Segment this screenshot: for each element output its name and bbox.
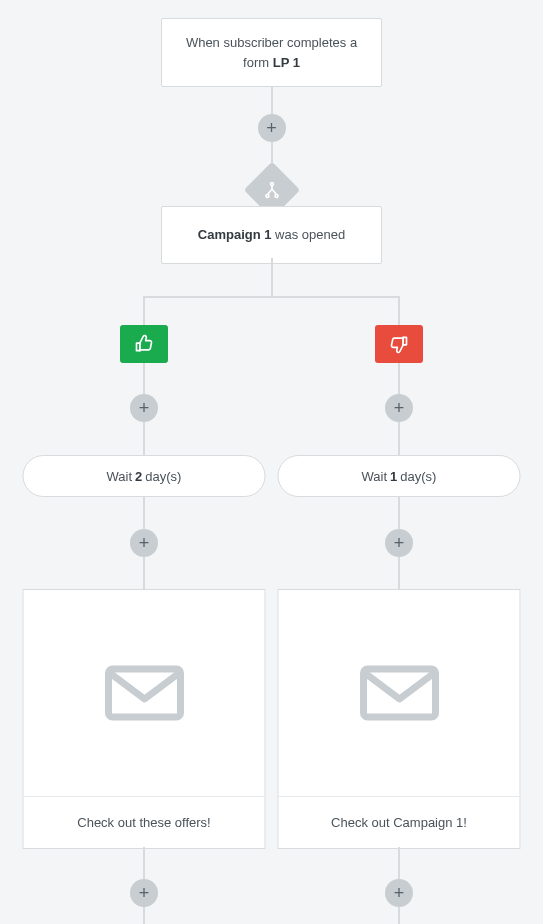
wait-node-yes[interactable]: Wait 2 day(s): [23, 455, 266, 497]
trigger-form-name: LP 1: [273, 55, 300, 70]
plus-icon: +: [139, 398, 150, 419]
condition-node[interactable]: Campaign 1 was opened: [161, 206, 382, 264]
thumbs-up-icon: [134, 334, 154, 354]
connector-line: [271, 258, 273, 296]
email-icon-area: [279, 590, 520, 796]
plus-icon: +: [266, 118, 277, 139]
trigger-text-line1: When subscriber completes a: [186, 35, 357, 50]
envelope-icon: [359, 663, 439, 723]
connector-line: [143, 296, 145, 325]
wait-value: 2: [135, 469, 142, 484]
add-step-button[interactable]: +: [385, 879, 413, 907]
plus-icon: +: [394, 398, 405, 419]
email-node-no[interactable]: Check out Campaign 1!: [278, 589, 521, 849]
add-step-button[interactable]: +: [385, 394, 413, 422]
yes-badge: [120, 325, 168, 363]
email-title: Check out these offers!: [77, 815, 210, 830]
connector-line: [398, 296, 400, 325]
condition-suffix: was opened: [275, 227, 345, 242]
add-step-button[interactable]: +: [130, 529, 158, 557]
wait-suffix: day(s): [145, 469, 181, 484]
wait-suffix: day(s): [400, 469, 436, 484]
add-step-button[interactable]: +: [258, 114, 286, 142]
branch-icon: [263, 181, 281, 199]
wait-prefix: Wait: [107, 469, 133, 484]
email-icon-area: [24, 590, 265, 796]
no-badge: [375, 325, 423, 363]
envelope-icon: [104, 663, 184, 723]
thumbs-down-icon: [389, 334, 409, 354]
plus-icon: +: [394, 883, 405, 904]
wait-value: 1: [390, 469, 397, 484]
plus-icon: +: [139, 533, 150, 554]
connector-line: [143, 296, 400, 298]
trigger-node[interactable]: When subscriber completes a form LP 1: [161, 18, 382, 87]
wait-prefix: Wait: [362, 469, 388, 484]
email-title: Check out Campaign 1!: [331, 815, 467, 830]
add-step-button[interactable]: +: [130, 879, 158, 907]
condition-campaign-name: Campaign 1: [198, 227, 272, 242]
plus-icon: +: [139, 883, 150, 904]
add-step-button[interactable]: +: [385, 529, 413, 557]
add-step-button[interactable]: +: [130, 394, 158, 422]
plus-icon: +: [394, 533, 405, 554]
email-node-yes[interactable]: Check out these offers!: [23, 589, 266, 849]
wait-node-no[interactable]: Wait 1 day(s): [278, 455, 521, 497]
trigger-text-line2-prefix: form: [243, 55, 269, 70]
